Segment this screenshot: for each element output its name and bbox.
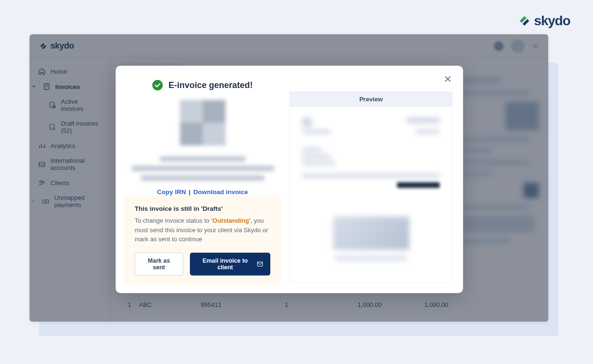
download-invoice-link[interactable]: Download invoice (193, 188, 248, 196)
external-brand-logo: skydo (518, 13, 570, 29)
preview-label: Preview (359, 96, 383, 103)
success-header: E-invoice generated! (124, 80, 281, 90)
button-label: Email invoice to client (198, 257, 253, 271)
email-invoice-button[interactable]: Email invoice to client (190, 253, 270, 275)
brand-text: skydo (534, 13, 570, 29)
modal-right-panel: Preview (289, 66, 463, 293)
notice-actions: Mark as sent Email invoice to client (135, 253, 270, 275)
copy-irn-link[interactable]: Copy IRN (157, 188, 186, 196)
blurred-text-line (160, 157, 246, 161)
einvoice-modal: E-invoice generated! Copy IRN | Download… (116, 66, 463, 293)
modal-left-panel: E-invoice generated! Copy IRN | Download… (116, 66, 289, 293)
mark-as-sent-button[interactable]: Mark as sent (135, 253, 183, 275)
skydo-logo-icon (518, 14, 531, 28)
notice-highlight: 'Outstanding', (211, 217, 252, 224)
preview-tab[interactable]: Preview (289, 91, 453, 107)
mail-icon (257, 261, 263, 267)
button-label: Mark as sent (143, 257, 175, 271)
draft-notice-box: This invoice is still in 'Drafts' To cha… (124, 196, 281, 285)
modal-title: E-invoice generated! (168, 80, 253, 90)
close-icon (445, 76, 451, 82)
blurred-text-line (141, 176, 265, 180)
blurred-text-line (131, 166, 274, 171)
action-links: Copy IRN | Download invoice (124, 188, 281, 196)
notice-body: To change invoice status to 'Outstanding… (135, 216, 270, 244)
close-button[interactable] (443, 74, 453, 84)
invoice-preview-document (289, 107, 453, 283)
qr-code-placeholder (180, 100, 226, 146)
notice-title: This invoice is still in 'Drafts' (135, 205, 270, 212)
link-separator: | (189, 188, 191, 196)
qr-section (124, 100, 281, 183)
svg-point-9 (152, 80, 163, 90)
svg-rect-10 (257, 262, 262, 266)
check-circle-icon (152, 80, 163, 90)
notice-prefix: To change invoice status to (135, 217, 211, 224)
